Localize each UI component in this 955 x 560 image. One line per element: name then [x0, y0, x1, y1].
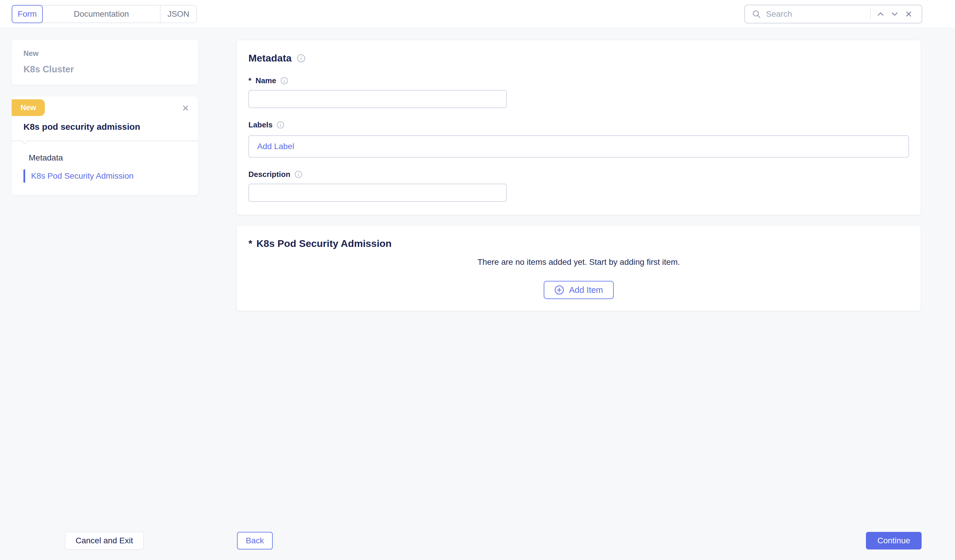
- metadata-section-title: Metadata: [249, 52, 909, 64]
- step-nav: Metadata K8s Pod Security Admission: [12, 141, 198, 188]
- description-label-text: Description: [249, 170, 290, 179]
- step-title: K8s pod security admission: [12, 116, 198, 132]
- psa-section: * K8s Pod Security Admission There are n…: [236, 225, 921, 311]
- new-badge: New: [12, 99, 45, 116]
- page: Form Documentation JSON: [0, 0, 955, 311]
- tab-documentation[interactable]: Documentation: [42, 5, 161, 23]
- psa-title-text: K8s Pod Security Admission: [256, 238, 392, 249]
- step-divider: [12, 141, 198, 141]
- info-icon[interactable]: [280, 77, 288, 84]
- cancel-and-exit-button[interactable]: Cancel and Exit: [65, 532, 144, 549]
- name-label: * Name: [249, 76, 909, 85]
- search-input[interactable]: [766, 9, 868, 19]
- tab-json[interactable]: JSON: [160, 5, 197, 23]
- main-form: Metadata * Name Labels: [236, 40, 921, 311]
- description-label: Description: [249, 170, 909, 179]
- topbar: Form Documentation JSON: [0, 0, 955, 28]
- labels-input-area[interactable]: Add Label: [249, 135, 909, 158]
- psa-section-title: * K8s Pod Security Admission: [249, 238, 909, 249]
- find-previous-button[interactable]: [874, 7, 888, 21]
- metadata-section: Metadata * Name Labels: [236, 40, 921, 215]
- metadata-title-text: Metadata: [249, 52, 291, 64]
- info-icon[interactable]: [294, 171, 302, 178]
- labels-label-text: Labels: [249, 120, 272, 130]
- find-next-button[interactable]: [888, 7, 902, 21]
- content-area: New K8s Cluster New ✕ K8s pod security a…: [0, 28, 955, 311]
- empty-state-text: There are no items added yet. Start by a…: [249, 257, 909, 267]
- sidebar-item-metadata[interactable]: Metadata: [12, 149, 198, 167]
- context-kicker: New: [23, 49, 186, 58]
- description-input[interactable]: [249, 184, 507, 202]
- name-label-text: Name: [255, 76, 276, 85]
- cluster-context-card: New K8s Cluster: [12, 40, 198, 84]
- search-close-button[interactable]: [902, 7, 916, 21]
- form-view-tabs: Form Documentation JSON: [12, 5, 197, 23]
- add-item-button[interactable]: Add Item: [544, 281, 614, 299]
- required-marker: *: [249, 76, 251, 85]
- close-icon: [905, 10, 913, 18]
- chevron-down-icon: [891, 10, 899, 18]
- name-input[interactable]: [249, 90, 507, 108]
- sidebar: New K8s Cluster New ✕ K8s pod security a…: [12, 40, 198, 195]
- sidebar-item-k8s-pod-security-admission[interactable]: K8s Pod Security Admission: [12, 167, 198, 185]
- add-label-button[interactable]: Add Label: [257, 142, 294, 151]
- continue-button[interactable]: Continue: [866, 532, 922, 549]
- info-icon[interactable]: [277, 121, 285, 129]
- step-card: New ✕ K8s pod security admission Metadat…: [12, 96, 198, 195]
- back-button[interactable]: Back: [237, 532, 273, 549]
- close-icon: ✕: [182, 103, 189, 113]
- add-item-row: Add Item: [249, 281, 909, 299]
- labels-label: Labels: [249, 120, 909, 130]
- plus-circle-icon: [554, 285, 564, 295]
- chevron-up-icon: [877, 10, 885, 18]
- step-close-button[interactable]: ✕: [182, 104, 189, 113]
- info-icon[interactable]: [297, 54, 305, 63]
- search-icon: [751, 9, 761, 19]
- search-box: [744, 5, 922, 23]
- context-title: K8s Cluster: [23, 64, 186, 75]
- required-marker: *: [249, 238, 252, 249]
- tab-form[interactable]: Form: [12, 5, 43, 23]
- search-divider: [870, 9, 870, 19]
- add-item-label: Add Item: [569, 285, 603, 295]
